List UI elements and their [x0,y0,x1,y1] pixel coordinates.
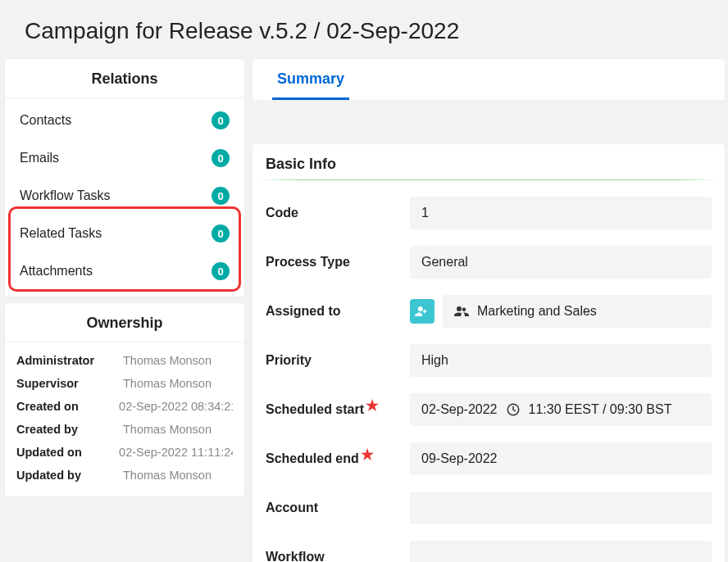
relations-panel: Relations Contacts 0 Emails 0 Workflow T… [5,59,244,297]
ownership-value: 02-Sep-2022 08:34:21 [119,400,233,413]
field-label: Workflow [266,550,410,562]
field-value-workflow[interactable] [410,541,712,562]
tab-summary[interactable]: Summary [272,59,349,100]
ownership-label: Administrator [16,354,123,367]
ownership-label: Created by [16,423,123,436]
required-star-icon: ★ [366,402,379,410]
value-text: 1 [421,206,429,220]
ownership-row-supervisor: Supervisor Thomas Monson [5,372,244,395]
ownership-label: Supervisor [16,377,123,390]
tabs-bar: Summary [253,59,725,100]
sidebar-item-label: Emails [20,151,59,165]
divider [257,179,720,180]
label-text: Scheduled start [266,402,364,417]
required-star-icon: ★ [361,451,374,459]
label-text: Assigned to [266,304,341,319]
sidebar-item-emails[interactable]: Emails 0 [8,139,241,177]
ownership-row-administrator: Administrator Thomas Monson [5,349,244,372]
label-text: Process Type [266,255,350,270]
field-row-account: Account [253,483,725,533]
basic-info-heading: Basic Info [253,144,725,179]
field-value-scheduled-start[interactable]: 02-Sep-2022 11:30 EEST / 09:30 BST [410,393,712,426]
ownership-panel: Ownership Administrator Thomas Monson Su… [5,303,244,496]
relations-heading: Relations [5,59,244,98]
count-badge: 0 [212,224,230,242]
basic-info-card: Basic Info Code 1 Process Type [253,144,725,562]
field-label: Assigned to [266,304,410,319]
value-date: 09-Sep-2022 [421,451,498,466]
value-text: High [421,353,448,368]
value-text: Marketing and Sales [477,304,597,319]
field-value-process-type[interactable]: General [410,246,712,279]
ownership-label: Updated on [16,446,119,459]
field-row-scheduled-start: Scheduled start ★ 02-Sep-2022 11:30 EEST… [253,385,725,434]
field-row-code: Code 1 [253,188,725,238]
page-title: Campaign for Release v.5.2 / 02-Sep-2022 [0,0,728,59]
field-row-assigned-to: Assigned to Marketing and Sales [253,287,725,336]
value-date: 02-Sep-2022 [421,402,498,417]
field-row-workflow: Workflow [253,533,725,562]
value-time: 11:30 EEST / 09:30 BST [529,402,672,417]
ownership-value: Thomas Monson [123,469,212,482]
field-value-scheduled-end[interactable]: 09-Sep-2022 [410,442,712,475]
field-value-code[interactable]: 1 [410,197,712,229]
ownership-row-updated-on: Updated on 02-Sep-2022 11:11:24 [5,441,244,464]
sidebar-item-label: Workflow Tasks [20,188,111,203]
label-text: Priority [266,353,312,368]
clock-icon [506,402,521,417]
assign-user-button[interactable] [410,299,435,324]
ownership-heading: Ownership [5,303,244,342]
field-row-priority: Priority High [253,336,725,385]
field-label: Process Type [266,255,410,270]
ownership-value: Thomas Monson [123,423,212,436]
sidebar-item-workflow-tasks[interactable]: Workflow Tasks 0 [8,177,241,215]
ownership-value: 02-Sep-2022 11:11:24 [119,446,233,459]
field-value-priority[interactable]: High [410,344,712,377]
label-text: Workflow [266,550,325,562]
count-badge: 0 [212,111,230,129]
field-label: Priority [266,353,410,368]
field-label: Code [266,206,410,220]
user-plus-icon [415,304,430,319]
sidebar-item-attachments[interactable]: Attachments 0 [8,252,241,290]
sidebar-item-related-tasks[interactable]: Related Tasks 0 [8,215,241,252]
ownership-value: Thomas Monson [123,377,212,390]
sidebar-item-label: Contacts [20,113,71,128]
field-label: Scheduled start ★ [266,402,410,417]
field-row-scheduled-end: Scheduled end ★ 09-Sep-2022 [253,434,725,483]
sidebar-item-label: Attachments [20,264,93,279]
sidebar-item-label: Related Tasks [20,226,102,241]
field-label: Scheduled end ★ [266,451,410,466]
value-text: General [421,255,468,270]
ownership-row-updated-by: Updated by Thomas Monson [5,464,244,487]
count-badge: 0 [212,187,230,205]
field-value-account[interactable] [410,492,712,524]
count-badge: 0 [212,149,230,167]
ownership-row-created-by: Created by Thomas Monson [5,418,244,441]
sidebar-item-contacts[interactable]: Contacts 0 [8,102,241,139]
ownership-row-created-on: Created on 02-Sep-2022 08:34:21 [5,395,244,418]
field-label: Account [266,501,410,515]
users-icon [454,305,469,318]
ownership-value: Thomas Monson [123,354,212,367]
label-text: Code [266,206,298,220]
label-text: Scheduled end [266,451,359,466]
label-text: Account [266,501,318,515]
ownership-label: Updated by [16,469,123,482]
field-value-assigned-to[interactable]: Marketing and Sales [443,295,712,328]
count-badge: 0 [212,262,230,280]
ownership-label: Created on [16,400,119,413]
field-row-process-type: Process Type General [253,238,725,287]
